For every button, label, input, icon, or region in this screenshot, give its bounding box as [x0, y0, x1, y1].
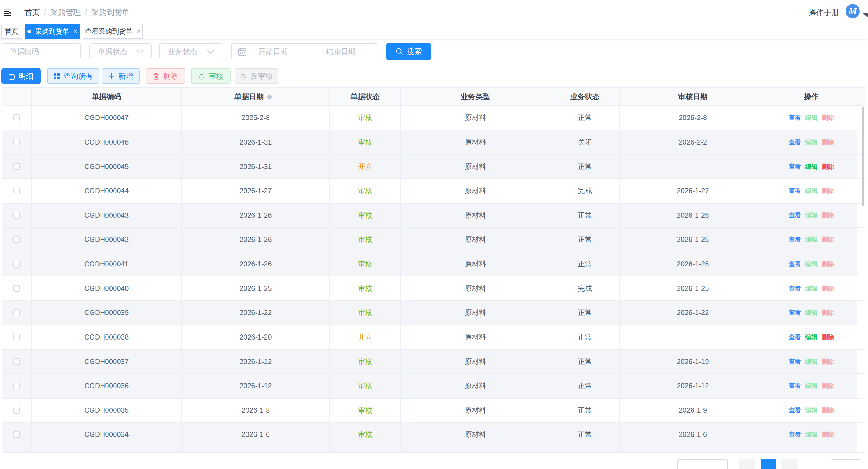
svg-text:M: M [848, 5, 858, 16]
